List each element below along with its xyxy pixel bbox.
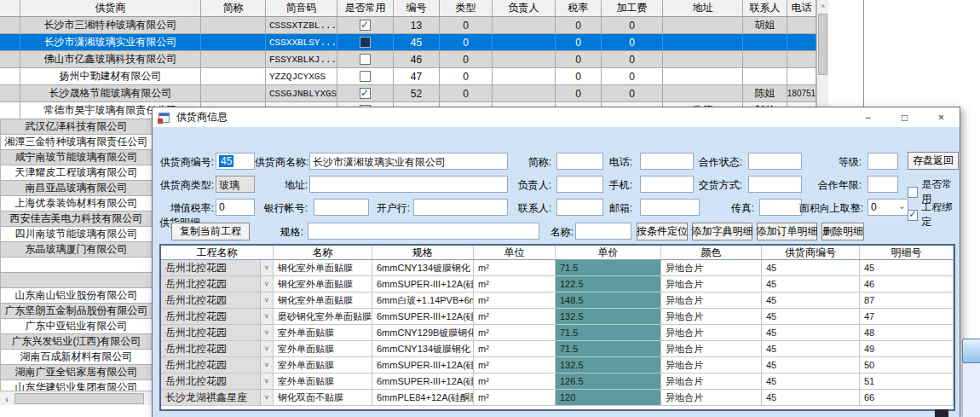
save-return-button[interactable]: 存盘返回 (908, 152, 959, 170)
table-row[interactable]: 岳州北控花园钢化室外单面贴膜6mm白玻+1.14PVB+6mm...m²148.… (161, 292, 954, 309)
list-item[interactable]: 东晶玻璃厦门有限公司 (1, 242, 152, 258)
bank-name-input[interactable] (413, 199, 508, 216)
chevron-down-icon[interactable] (260, 309, 273, 324)
detail-column-header[interactable]: 明细号 (860, 246, 954, 259)
coop-years-input[interactable] (868, 176, 898, 193)
detail-column-header[interactable]: 颜色 (661, 246, 762, 259)
list-item[interactable]: 湖南百成新材料有限公司 (1, 350, 152, 365)
list-item[interactable]: 广东中亚铝业有限公司 (1, 319, 152, 334)
supplier-name-input[interactable]: 长沙市潇湘玻璃实业有限公司 (309, 153, 508, 170)
close-button[interactable]: × (923, 107, 960, 127)
area-roundup-select[interactable]: 0 (868, 199, 908, 216)
list-item[interactable]: 西安佳吉美电力科技有限公司 (1, 211, 152, 227)
detail-column-header[interactable]: 单位 (474, 246, 556, 259)
project-combobox[interactable]: 岳州北控花园 (161, 276, 274, 292)
project-combobox[interactable]: 岳州北控花园 (161, 260, 274, 275)
list-item[interactable]: 湘潭三金特种玻璃有限责任公司 (1, 135, 152, 150)
name-filter-input[interactable] (575, 223, 631, 240)
list-item[interactable]: 上海优泰装饰材料有限公司 (1, 196, 152, 211)
table-row[interactable]: 岳州北控花园室外单面贴膜6mmCNY129B镀膜钢化m²71.5异地合片4548 (161, 325, 954, 341)
cell-unit-price[interactable]: 126.5 (556, 374, 661, 389)
common-use-checkbox[interactable] (360, 37, 371, 48)
common-use-checkbox[interactable] (360, 88, 371, 99)
table-row[interactable]: 岳州北控花园室外单面贴膜6mmCNY134镀膜钢化m²71.5异地合片4549 (161, 341, 954, 357)
cell-unit-price[interactable]: 71.5 (556, 341, 661, 356)
list-item[interactable]: 广东坚朗五金制品股份有限公司 (1, 304, 152, 319)
add-order-detail-button[interactable]: 添加订单明细 (757, 223, 817, 240)
list-item[interactable]: 武汉亿泽科技有限公司 (1, 119, 152, 135)
address-input[interactable] (309, 176, 508, 193)
chevron-down-icon[interactable] (260, 325, 273, 340)
list-item[interactable]: 南昌亚晶玻璃有限公司 (1, 181, 152, 196)
column-header[interactable]: 类型 (440, 0, 493, 16)
table-row[interactable]: 佛山市亿鑫玻璃科技有限公司FSSYXBLKJ...46000 (0, 51, 816, 68)
bank-account-input[interactable] (314, 199, 369, 216)
column-header[interactable]: 编号 (394, 0, 440, 16)
cell-unit-price[interactable]: 120 (556, 390, 661, 405)
project-combobox[interactable]: 岳州北控花园 (161, 374, 274, 389)
add-dictionary-detail-button[interactable]: 添加字典明细 (692, 223, 752, 240)
project-combobox[interactable]: 岳州北控花园 (161, 292, 274, 308)
table-row[interactable]: 扬州中勤建材有限公司YZZQJCYXGS47000 (0, 68, 816, 85)
common-use-checkbox[interactable] (360, 71, 371, 82)
cell-unit-price[interactable]: 132.5 (556, 357, 661, 373)
column-header[interactable]: 负责人 (493, 0, 556, 16)
column-header[interactable]: 联系人 (743, 0, 787, 16)
project-combobox[interactable]: 岳州北控花园 (161, 325, 274, 340)
column-header[interactable]: 加工费 (602, 0, 663, 16)
chevron-down-icon[interactable] (260, 276, 273, 292)
detail-column-header[interactable]: 供货商编号 (762, 246, 860, 259)
list-item[interactable]: 天津耀皮工程玻璃有限公司 (1, 165, 152, 181)
project-combobox[interactable]: 长沙龙湖祺鑫星座 (161, 390, 274, 405)
maximize-button[interactable]: □ (886, 107, 923, 127)
detail-column-header[interactable]: 单价 (556, 246, 661, 259)
table-row[interactable]: 长沙市三湘特种玻璃有限公司CSSSXTZBL...13000胡姐 (0, 17, 816, 34)
project-combobox[interactable]: 岳州北控花园 (161, 357, 274, 373)
common-use-checkbox[interactable] (360, 20, 371, 31)
list-item[interactable]: 咸宁南玻节能玻璃有限公司 (1, 150, 152, 165)
detail-column-header[interactable]: 名称 (274, 246, 372, 259)
scroll-left-arrow-icon[interactable] (0, 392, 14, 405)
cell-unit-price[interactable]: 132.5 (556, 309, 661, 324)
project-combobox[interactable]: 岳州北控花园 (161, 309, 274, 324)
project-combobox[interactable]: 岳州北控花园 (161, 341, 274, 356)
cell-unit-price[interactable]: 148.5 (556, 292, 661, 308)
list-item[interactable] (1, 258, 152, 273)
delivery-method-input[interactable] (748, 176, 802, 193)
table-row[interactable]: 长沙晟格节能玻璃有限公司CSSGJNBLYXGS52000陈姐180751 (0, 85, 816, 102)
dialog-titlebar[interactable]: 供货商信息 − □ × (153, 107, 960, 127)
grade-input[interactable] (868, 153, 898, 170)
table-row[interactable]: 长沙龙湖祺鑫星座钢化双面不贴膜6mmPLE84+12A(硅酮胶...m²120异… (161, 390, 954, 406)
list-item[interactable]: 山东南山铝业股份有限公司 (1, 288, 152, 304)
cell-unit-price[interactable]: 71.5 (556, 260, 661, 275)
leader-input[interactable] (556, 176, 603, 193)
horizontal-scrollbar-thumb[interactable] (14, 393, 144, 404)
column-header[interactable]: 地址 (663, 0, 743, 16)
email-input[interactable] (640, 199, 700, 216)
list-item[interactable]: 湖南广亚全铝家居有限公司 (1, 365, 152, 380)
coop-status-input[interactable] (748, 153, 802, 170)
detail-column-header[interactable]: 规格 (372, 246, 474, 259)
chevron-down-icon[interactable] (260, 260, 273, 275)
vat-rate-input[interactable]: 0 (216, 199, 255, 216)
project-bind-checkbox[interactable]: 工程绑定 (908, 200, 960, 229)
minimize-button[interactable]: − (850, 107, 886, 127)
column-header[interactable]: 简音码 (266, 0, 337, 16)
scroll-up-arrow-icon[interactable] (817, 0, 828, 13)
table-row[interactable]: 岳州北控花园磨砂钢化室外单面贴膜6mmSUPER-III+12A(硅...m²1… (161, 309, 954, 325)
common-use-checkbox[interactable] (360, 54, 371, 65)
table-row[interactable]: 岳州北控花园室外单面贴膜6mmSUPER-III+12A(硅...m²132.5… (161, 357, 954, 374)
chevron-down-icon[interactable] (260, 341, 273, 356)
phone-input[interactable] (640, 153, 694, 170)
table-row[interactable]: 岳州北控花园钢化室外单面贴膜6mmSUPER-III+12A(硅...m²122… (161, 276, 954, 292)
chevron-down-icon[interactable] (260, 374, 273, 389)
list-item[interactable] (1, 273, 152, 288)
contact-input[interactable] (556, 199, 603, 216)
spec-filter-input[interactable] (308, 223, 539, 240)
copy-current-project-button[interactable]: 复制当前工程 (171, 223, 250, 240)
supplier-type-input[interactable]: 玻璃 (216, 176, 255, 193)
chevron-down-icon[interactable] (260, 390, 273, 405)
detail-column-header[interactable]: 工程名称 (161, 246, 274, 259)
column-header[interactable]: 税率 (556, 0, 602, 16)
chevron-down-icon[interactable] (260, 292, 273, 308)
